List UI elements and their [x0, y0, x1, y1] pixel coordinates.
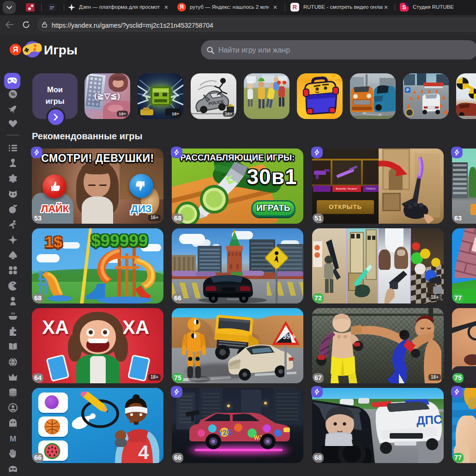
svg-text:4: 4: [138, 441, 149, 463]
svg-text:Y2G: Y2G: [217, 428, 233, 437]
svg-text:%: %: [11, 91, 15, 97]
svg-text:ДПС: ДПС: [416, 412, 443, 428]
svg-text:M: M: [10, 434, 16, 443]
svg-text:35%: 35%: [283, 333, 295, 340]
